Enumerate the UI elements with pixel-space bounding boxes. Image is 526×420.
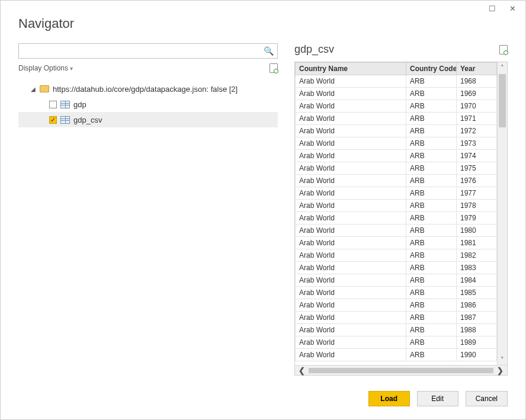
refresh-preview-icon[interactable] [270,63,278,73]
tree-item-gdp[interactable]: gdp [18,97,278,112]
table-row[interactable]: Arab WorldARB1985 [296,287,497,299]
horizontal-scrollbar[interactable]: ❮ ❯ [295,365,507,375]
dialog-footer: Load Edit Cancel [1,383,525,419]
table-row[interactable]: Arab WorldARB1989 [296,336,497,349]
table-cell: Arab World [296,187,406,200]
table-cell: ARB [406,287,457,299]
table-cell: 1968 [457,75,497,88]
tree-root[interactable]: ◢ https://datahub.io/core/gdp/datapackag… [18,81,278,97]
cancel-button[interactable]: Cancel [466,391,508,406]
table-cell: 1969 [457,88,497,100]
table-cell: ARB [406,312,457,324]
table-cell: 1985 [457,287,497,299]
table-cell: ARB [406,88,457,100]
table-cell: ARB [406,324,457,336]
scrollbar-thumb[interactable] [499,74,506,127]
table-row[interactable]: Arab WorldARB1987 [296,312,497,324]
search-box[interactable]: 🔍 [18,43,278,59]
preview-table: Country Name Country Code Year Arab Worl… [295,62,497,361]
display-options-dropdown[interactable]: Display Options [18,64,73,72]
table-row[interactable]: Arab WorldARB1970 [296,100,497,113]
expand-collapse-icon[interactable]: ◢ [30,86,36,92]
column-header[interactable]: Year [457,63,497,75]
table-row[interactable]: Arab WorldARB1978 [296,200,497,212]
table-cell: 1989 [457,336,497,349]
search-input[interactable] [23,46,264,56]
table-cell: Arab World [296,262,406,274]
load-button[interactable]: Load [368,391,410,406]
table-row[interactable]: Arab WorldARB1984 [296,274,497,287]
table-row[interactable]: Arab WorldARB1976 [296,175,497,187]
table-row[interactable]: Arab WorldARB1988 [296,324,497,336]
table-row[interactable]: Arab WorldARB1980 [296,225,497,237]
scroll-left-icon[interactable]: ❮ [299,366,305,375]
table-cell: ARB [406,237,457,249]
folder-icon [40,85,49,92]
table-row[interactable]: Arab WorldARB1972 [296,125,497,137]
table-cell: 1975 [457,162,497,175]
left-pane: 🔍 Display Options ◢ https://datahub.io/c… [18,43,278,380]
table-cell: 1982 [457,249,497,262]
table-cell: 1987 [457,312,497,324]
vertical-scrollbar[interactable]: ˄ ˅ [497,62,507,365]
scroll-down-icon[interactable]: ˅ [501,354,504,365]
table-row[interactable]: Arab WorldARB1983 [296,262,497,274]
preview-grid: Country Name Country Code Year Arab Worl… [294,62,508,376]
tree-item-gdp-csv[interactable]: ✓ gdp_csv [18,112,278,127]
table-cell: 1978 [457,200,497,212]
table-row[interactable]: Arab WorldARB1986 [296,299,497,312]
column-header[interactable]: Country Name [296,63,406,75]
column-header[interactable]: Country Code [406,63,457,75]
table-row[interactable]: Arab WorldARB1975 [296,162,497,175]
table-row[interactable]: Arab WorldARB1973 [296,137,497,150]
table-cell: 1970 [457,100,497,113]
checkbox-gdp-csv[interactable]: ✓ [49,116,57,124]
table-cell: Arab World [296,113,406,125]
table-row[interactable]: Arab WorldARB1979 [296,212,497,225]
scroll-up-icon[interactable]: ˄ [501,62,504,73]
table-cell: 1974 [457,150,497,162]
table-cell: ARB [406,274,457,287]
table-row[interactable]: Arab WorldARB1982 [296,249,497,262]
table-cell: Arab World [296,162,406,175]
table-cell: ARB [406,262,457,274]
table-row[interactable]: Arab WorldARB1990 [296,349,497,361]
table-cell: ARB [406,225,457,237]
table-row[interactable]: Arab WorldARB1968 [296,75,497,88]
table-cell: Arab World [296,150,406,162]
scrollbar-thumb[interactable] [309,368,493,373]
table-cell: 1990 [457,349,497,361]
table-cell: 1980 [457,225,497,237]
table-cell: ARB [406,249,457,262]
table-row[interactable]: Arab WorldARB1977 [296,187,497,200]
table-cell: ARB [406,137,457,150]
table-header-row: Country Name Country Code Year [296,63,497,75]
table-row[interactable]: Arab WorldARB1981 [296,237,497,249]
close-icon[interactable]: ✕ [508,4,517,13]
table-row[interactable]: Arab WorldARB1974 [296,150,497,162]
table-cell: 1977 [457,187,497,200]
table-cell: 1986 [457,299,497,312]
table-cell: 1984 [457,274,497,287]
table-cell: 1983 [457,262,497,274]
table-cell: ARB [406,150,457,162]
maximize-icon[interactable]: ☐ [487,4,497,13]
checkbox-gdp[interactable] [49,101,57,108]
preview-export-icon[interactable] [499,45,508,54]
dialog-title: Navigator [18,16,508,31]
table-cell: Arab World [296,175,406,187]
preview-title: gdp_csv [294,43,334,56]
table-cell: 1972 [457,125,497,137]
table-cell: Arab World [296,75,406,88]
table-cell: Arab World [296,336,406,349]
scroll-right-icon[interactable]: ❯ [497,366,503,375]
scrollbar-track[interactable] [498,73,507,354]
edit-button[interactable]: Edit [417,391,458,406]
table-cell: ARB [406,212,457,225]
table-row[interactable]: Arab WorldARB1969 [296,88,497,100]
table-row[interactable]: Arab WorldARB1971 [296,113,497,125]
preview-pane: gdp_csv Country Name Country [294,43,508,380]
table-icon [60,101,70,108]
search-icon[interactable]: 🔍 [264,46,274,56]
table-icon [60,116,70,124]
